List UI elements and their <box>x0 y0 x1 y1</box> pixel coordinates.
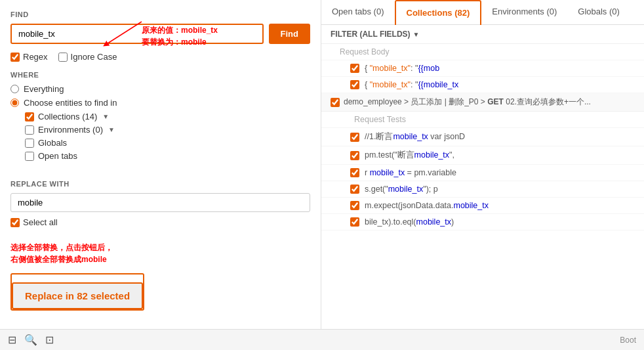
ignore-case-checkbox[interactable]: Ignore Case <box>58 52 117 62</box>
replace-input[interactable] <box>10 193 310 212</box>
regex-checkbox[interactable]: Regex <box>10 52 48 62</box>
find-label: FIND <box>10 11 310 18</box>
collections-checkbox[interactable]: Collections (14) ▼ <box>25 112 310 121</box>
filter-label: FILTER (ALL FIELDS) <box>331 30 411 39</box>
group-header-demo-employee: demo_employee > 员工添加 | 删除_P0 > GET 02.查询… <box>321 93 644 112</box>
result-item-6[interactable]: s.get("mobile_tx"); p <box>321 181 644 198</box>
tabs-bar: Open tabs (0) Collections (82) Environme… <box>321 0 644 25</box>
result-item-2[interactable]: { "mobile_tx": "{{mobile_tx <box>321 77 644 93</box>
replace-button[interactable]: Replace in 82 selected <box>12 282 143 309</box>
filter-dropdown-arrow[interactable]: ▼ <box>413 31 420 38</box>
everything-option[interactable]: Everything <box>10 84 310 94</box>
tab-globals[interactable]: Globals (0) <box>567 0 630 24</box>
globals-checkbox[interactable]: Globals <box>25 138 310 148</box>
tab-open-tabs[interactable]: Open tabs (0) <box>321 0 395 24</box>
filter-bar: FILTER (ALL FIELDS) ▼ <box>321 25 644 44</box>
result-request-body-header: Request Body <box>321 44 644 60</box>
collections-dropdown-arrow[interactable]: ▼ <box>102 113 109 120</box>
replace-button-container: Replace in 82 selected <box>10 273 144 311</box>
open-tabs-checkbox[interactable]: Open tabs <box>25 151 310 161</box>
results-area: Request Body { "mobile_tx": "{{mob { "mo… <box>321 44 644 329</box>
select-all-checkbox[interactable]: Select all <box>10 217 58 227</box>
bottom-bar: ⊟ 🔍 ⊡ Boot <box>0 329 644 350</box>
annotation-select-note: 选择全部替换，点击按钮后， 右侧值被全部替换成mobile <box>10 243 113 264</box>
result-item-1[interactable]: { "mobile_tx": "{{mob <box>321 60 644 77</box>
result-item-4[interactable]: pm.test("断言mobile_tx", <box>321 146 644 165</box>
annotation-replace-note: 原来的值：mobile_tx 要替换为：mobile <box>142 24 218 48</box>
result-item-7[interactable]: m.expect(jsonData.data.mobile_tx <box>321 198 644 214</box>
choose-entities-option[interactable]: Choose entities to find in <box>10 98 310 108</box>
save-icon[interactable]: ⊡ <box>45 334 54 346</box>
history-icon[interactable]: ⊟ <box>8 334 16 346</box>
where-label: WHERE <box>10 71 310 79</box>
replace-with-label: REPLACE WITH <box>10 180 310 188</box>
result-item-3[interactable]: //1.断言mobile_tx var jsonD <box>321 128 644 146</box>
environments-dropdown-arrow[interactable]: ▼ <box>108 126 115 133</box>
result-item-5[interactable]: r mobile_tx = pm.variable <box>321 165 644 181</box>
result-item-8[interactable]: bile_tx).to.eql(mobile_tx) <box>321 214 644 230</box>
result-request-tests: Request Tests <box>321 112 644 128</box>
search-bottom-icon[interactable]: 🔍 <box>24 334 37 346</box>
tab-collections[interactable]: Collections (82) <box>395 0 482 25</box>
environments-checkbox[interactable]: Environments (0) ▼ <box>25 125 310 135</box>
tab-environments[interactable]: Environments (0) <box>481 0 567 24</box>
svg-line-0 <box>106 22 142 45</box>
boot-label: Boot <box>620 336 636 345</box>
find-button[interactable]: Find <box>269 24 310 44</box>
